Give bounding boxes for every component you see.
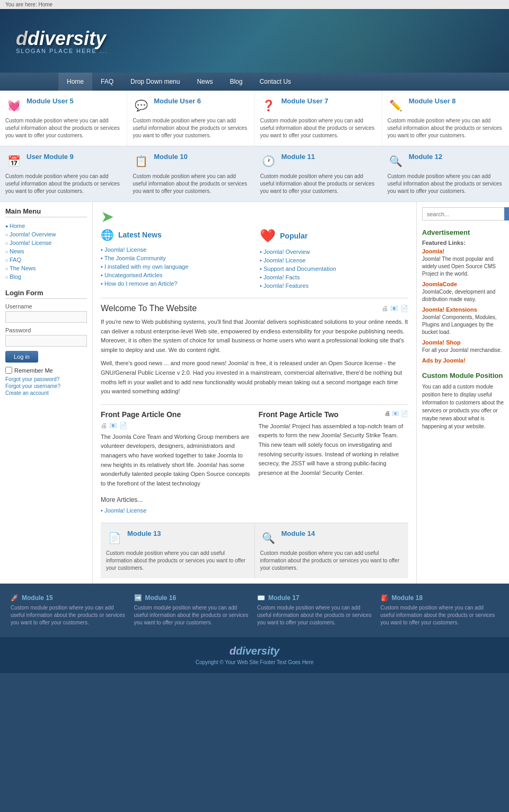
sidebar-link[interactable]: The News <box>10 265 36 271</box>
footer-module-icon: 🎒 <box>381 594 389 602</box>
search-button[interactable]: 🔍 <box>504 207 509 220</box>
sidebar-item-joomla!-overview[interactable]: Joomla! Overview <box>5 230 87 239</box>
ad-link[interactable]: Ads by Joomla! <box>422 357 504 364</box>
custom-module-section: Custom Module Position You can add a cus… <box>422 372 504 430</box>
module-desc: Custom module position where you can add… <box>133 173 249 195</box>
sidebar-link[interactable]: Home <box>10 223 25 229</box>
article2-icon3[interactable]: 📄 <box>401 410 408 417</box>
module-user-7: ❓ Module User 7 Custom module position w… <box>255 91 382 146</box>
pdf-icon[interactable]: 📄 <box>400 305 408 312</box>
module-title[interactable]: Module 11 <box>282 153 315 161</box>
create-account-link[interactable]: Create an account <box>5 390 87 396</box>
popular-link[interactable]: Joomla! Overview <box>264 249 310 255</box>
module-title[interactable]: User Module 9 <box>27 153 74 161</box>
article1-icon1[interactable]: 🖨 <box>101 422 107 429</box>
module-header: 📄 Module 13 <box>106 529 249 546</box>
sidebar-link[interactable]: Joomla! Overview <box>10 231 56 237</box>
username-input[interactable] <box>5 311 87 323</box>
module-icon: 📅 <box>5 153 22 170</box>
ad-link[interactable]: JoomlaCode <box>422 281 504 287</box>
footer-module-link[interactable]: Module 17 <box>268 594 300 602</box>
module-title[interactable]: Module User 5 <box>27 97 74 105</box>
forgot-username-link[interactable]: Forgot your username? <box>5 383 87 389</box>
search-input[interactable] <box>422 207 504 220</box>
footer-copyright: Copyright © Your Web Site Footer Text Go… <box>8 659 501 665</box>
nav-link[interactable]: Home <box>58 73 92 91</box>
news-link[interactable]: I installed with my own language <box>104 263 188 270</box>
print-icon[interactable]: 🖨 <box>382 305 388 312</box>
bottom-module-0: 📄 Module 13 Custom module position where… <box>101 523 255 578</box>
article1-title: Front Page Article One <box>101 410 251 419</box>
article1-icon2[interactable]: 📧 <box>109 422 117 429</box>
footer-module-icon: 🚀 <box>11 594 19 602</box>
news-link[interactable]: Joomla! License <box>104 246 147 253</box>
nav-link[interactable]: Contact Us <box>251 73 299 91</box>
sidebar-item-faq[interactable]: FAQ <box>5 255 87 264</box>
footer-module-link[interactable]: Module 15 <box>22 594 53 602</box>
login-button[interactable]: Log in <box>5 351 38 363</box>
popular-link[interactable]: Joomla! Facts <box>264 274 300 280</box>
module-title[interactable]: Module User 7 <box>282 97 329 105</box>
module-desc: Custom module position where you can add… <box>260 550 403 572</box>
remember-checkbox[interactable] <box>5 367 12 374</box>
nav-item-news[interactable]: News <box>188 73 221 91</box>
nav-bar: HomeFAQDrop Down menuNewsBlogContact Us <box>0 73 509 91</box>
article1-icon3[interactable]: 📄 <box>119 422 127 429</box>
nav-item-blog[interactable]: Blog <box>221 73 251 91</box>
nav-item-faq[interactable]: FAQ <box>92 73 122 91</box>
module-title[interactable]: Module 12 <box>409 153 443 161</box>
ad-link[interactable]: Joomla! Shop <box>422 339 504 346</box>
module-9: 📅 User Module 9 Custom module position w… <box>0 146 127 201</box>
nav-link[interactable]: News <box>188 73 221 91</box>
nav-link[interactable]: FAQ <box>92 73 122 91</box>
modules-row-1: 💓 Module User 5 Custom module position w… <box>0 91 509 146</box>
sidebar-item-home[interactable]: Home <box>5 222 87 230</box>
more-article-link[interactable]: Joomla! License <box>104 507 147 514</box>
article2-icon1[interactable]: 🖨 <box>384 410 390 417</box>
module-title[interactable]: Module 13 <box>127 529 161 537</box>
news-link[interactable]: The Joomla Community <box>104 255 166 261</box>
nav-item-contact-us[interactable]: Contact Us <box>251 73 299 91</box>
module-title[interactable]: Module User 8 <box>409 97 456 105</box>
news-link[interactable]: Uncategorised Articles <box>104 272 162 278</box>
remember-me-row: Remember Me <box>5 367 87 374</box>
ad-link[interactable]: Joomla! Extensions <box>422 306 504 313</box>
sidebar-link[interactable]: News <box>10 248 24 254</box>
nav-link[interactable]: Blog <box>221 73 251 91</box>
nav-link[interactable]: Drop Down menu <box>122 73 188 91</box>
sidebar-link[interactable]: FAQ <box>10 257 21 263</box>
sidebar-item-blog[interactable]: Blog <box>5 272 87 281</box>
email-icon[interactable]: 📧 <box>390 305 398 312</box>
sidebar-item-the-news[interactable]: The News <box>5 264 87 272</box>
nav-item-home[interactable]: Home <box>58 73 92 91</box>
module-11: 🕐 Module 11 Custom module position where… <box>255 146 382 201</box>
news-link[interactable]: How do I remove an Article? <box>104 280 178 287</box>
module-title[interactable]: Module 10 <box>154 153 188 161</box>
welcome-title: Welcome To The Website 🖨 📧 📄 <box>101 304 408 313</box>
module-title[interactable]: Module User 6 <box>154 97 201 105</box>
article2-icon2[interactable]: 📧 <box>392 410 399 417</box>
sidebar: Main Menu HomeJoomla! OverviewJoomla! Li… <box>0 202 93 584</box>
footer-module-link[interactable]: Module 16 <box>145 594 177 602</box>
password-input[interactable] <box>5 335 87 347</box>
footer-module-link[interactable]: Module 18 <box>392 594 423 602</box>
popular-link[interactable]: Joomla! License <box>264 257 306 263</box>
sidebar-link[interactable]: Joomla! License <box>10 240 52 246</box>
popular-link[interactable]: Support and Documentation <box>264 266 336 272</box>
module-icon: 🔍 <box>388 153 405 170</box>
ad-link-block: JoomlaCode JoomlaCode, development and d… <box>422 281 504 303</box>
sidebar-links: Forgot your password? Forgot your userna… <box>5 376 87 396</box>
sidebar-item-news[interactable]: News <box>5 247 87 255</box>
module-desc: Custom module position where you can add… <box>106 550 249 572</box>
module-title[interactable]: Module 14 <box>282 529 315 537</box>
sidebar-link[interactable]: Blog <box>10 273 21 280</box>
module-icon: ✏️ <box>388 97 405 114</box>
popular-link[interactable]: Joomla! Features <box>264 283 309 289</box>
sidebar-item-joomla!-license[interactable]: Joomla! License <box>5 239 87 247</box>
module-user-5: 💓 Module User 5 Custom module position w… <box>0 91 127 146</box>
news-section: 🌐 Latest News Joomla! LicenseThe Joomla … <box>101 228 408 290</box>
nav-item-drop-down-menu[interactable]: Drop Down menu <box>122 73 188 91</box>
featured-label: Featured Links: <box>422 240 504 246</box>
ad-link[interactable]: Joomla! <box>422 248 504 254</box>
forgot-password-link[interactable]: Forgot your password? <box>5 376 87 382</box>
